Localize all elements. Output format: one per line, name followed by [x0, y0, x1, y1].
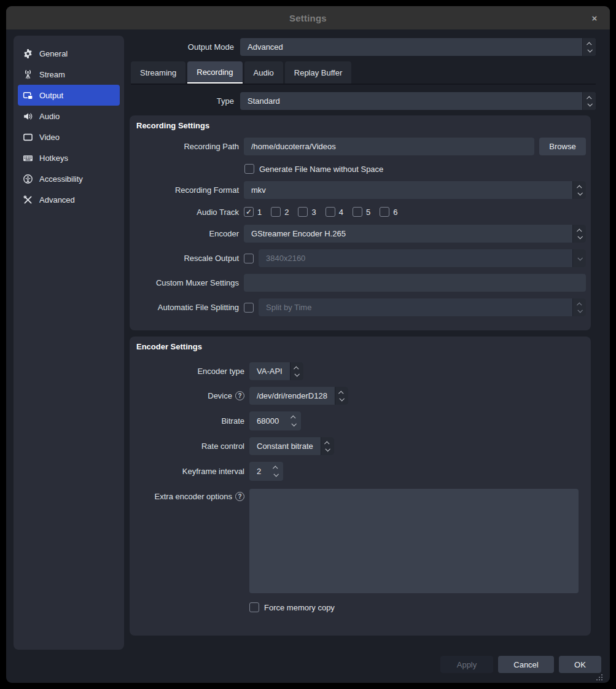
resize-grip[interactable]	[596, 674, 603, 681]
audio-track-2-checkbox[interactable]	[271, 207, 281, 217]
chevron-updown-icon	[290, 362, 303, 380]
help-icon[interactable]: ?	[235, 492, 244, 501]
audio-track-number: 5	[366, 208, 370, 217]
type-row: Type Standard	[130, 92, 596, 110]
sidebar-item-hotkeys[interactable]: Hotkeys	[18, 147, 120, 168]
extra-encoder-options-label: Extra encoder options	[155, 492, 232, 501]
custom-muxer-input[interactable]	[244, 274, 586, 292]
cancel-button[interactable]: Cancel	[498, 656, 554, 673]
rate-control-select[interactable]: Constant bitrate	[249, 437, 334, 455]
audio-track-number: 2	[284, 208, 289, 217]
sidebar-item-stream[interactable]: Stream	[18, 64, 120, 85]
encoder-type-label: Encoder type	[197, 367, 244, 376]
sidebar-item-label: Advanced	[39, 195, 75, 204]
tools-icon	[23, 195, 33, 205]
titlebar[interactable]: Settings ×	[6, 6, 610, 29]
sidebar-item-label: Output	[39, 91, 63, 100]
keyframe-interval-value: 2	[249, 462, 268, 481]
encoder-select[interactable]: GStreamer Encoder H.265	[244, 225, 586, 243]
generate-no-space-checkbox[interactable]	[244, 164, 254, 174]
sidebar-item-label: Accessibility	[39, 174, 83, 184]
device-select[interactable]: /dev/dri/renderD128	[249, 387, 348, 405]
output-mode-row: Output Mode Advanced	[130, 38, 596, 56]
auto-file-splitting-checkbox[interactable]	[244, 303, 254, 313]
audio-track-6-checkbox[interactable]	[380, 207, 389, 217]
window-title: Settings	[289, 13, 327, 23]
settings-content: General Stream Output Audio Video	[6, 29, 610, 683]
output-icon	[23, 90, 33, 101]
auto-file-splitting-label: Automatic File Splitting	[135, 303, 239, 312]
gear-icon	[23, 49, 33, 59]
audio-track-2: 2	[271, 207, 289, 217]
output-tabs: Streaming Recording Audio Replay Buffer	[131, 61, 351, 84]
sidebar-item-audio[interactable]: Audio	[18, 106, 120, 127]
output-mode-select[interactable]: Advanced	[240, 38, 596, 56]
broadcast-icon	[23, 69, 33, 80]
recording-format-select[interactable]: mkv	[244, 181, 586, 199]
monitor-icon	[23, 132, 33, 142]
auto-file-splitting-row: Automatic File Splitting Split by Time	[135, 298, 586, 316]
spinner-arrows-icon[interactable]	[286, 411, 301, 430]
sidebar-item-general[interactable]: General	[18, 43, 120, 64]
custom-muxer-label: Custom Muxer Settings	[135, 278, 239, 287]
checkmark: ✓	[246, 208, 252, 216]
sidebar-item-advanced[interactable]: Advanced	[18, 189, 120, 210]
output-mode-label: Output Mode	[130, 42, 234, 52]
settings-window: Settings × General Stream Output	[6, 6, 610, 683]
tab-replay-buffer[interactable]: Replay Buffer	[285, 61, 352, 84]
recording-path-input[interactable]	[244, 138, 534, 155]
audio-track-4-checkbox[interactable]	[326, 207, 335, 217]
encoder-type-value: VA-API	[249, 362, 290, 380]
split-mode-select[interactable]: Split by Time	[259, 298, 586, 316]
rescale-resolution-value: 3840x2160	[259, 249, 572, 267]
apply-button[interactable]: Apply	[440, 656, 493, 673]
bitrate-label: Bitrate	[221, 416, 244, 426]
rescale-resolution-select[interactable]: 3840x2160	[259, 249, 586, 267]
extra-encoder-options-textarea[interactable]	[249, 489, 579, 593]
bitrate-spinbox[interactable]: 68000	[249, 411, 301, 430]
ok-button[interactable]: OK	[559, 656, 601, 673]
spinner-arrows-icon[interactable]	[268, 462, 283, 481]
audio-track-number: 3	[311, 208, 316, 217]
sidebar-item-video[interactable]: Video	[18, 127, 120, 147]
keyframe-interval-spinbox[interactable]: 2	[249, 462, 283, 481]
force-memory-copy-checkbox[interactable]	[249, 602, 259, 612]
sidebar-item-label: Audio	[39, 112, 60, 121]
help-icon[interactable]: ?	[235, 391, 244, 400]
tab-streaming[interactable]: Streaming	[131, 61, 185, 84]
chevron-updown-icon	[572, 225, 586, 243]
type-value: Standard	[240, 92, 582, 110]
audio-track-3-checkbox[interactable]	[298, 207, 308, 217]
chevron-updown-icon	[321, 437, 334, 455]
screen: Settings × General Stream Output	[0, 0, 616, 689]
bitrate-value: 68000	[249, 411, 286, 430]
extra-encoder-options-row: Extra encoder options ?	[135, 489, 579, 593]
sidebar-item-output[interactable]: Output	[18, 85, 120, 106]
tab-label: Audio	[254, 68, 274, 77]
recording-path-label: Recording Path	[135, 142, 239, 151]
tab-divider	[131, 84, 596, 85]
tab-recording[interactable]: Recording	[187, 61, 242, 84]
tab-audio[interactable]: Audio	[244, 61, 283, 84]
audio-track-row: Audio Track ✓ 1 2 3 4	[135, 206, 586, 218]
close-icon[interactable]: ×	[588, 11, 601, 25]
generate-no-space-label: Generate File Name without Space	[259, 165, 383, 174]
recording-settings-title: Recording Settings	[130, 115, 591, 130]
rescale-output-checkbox[interactable]	[244, 254, 254, 263]
rate-control-row: Rate control Constant bitrate	[135, 437, 579, 455]
encoder-label: Encoder	[135, 229, 239, 238]
sidebar-item-label: Video	[39, 133, 60, 142]
type-select[interactable]: Standard	[240, 92, 596, 110]
sidebar-item-accessibility[interactable]: Accessibility	[18, 168, 120, 189]
encoder-settings-title: Encoder Settings	[130, 337, 591, 351]
audio-track-1-checkbox[interactable]: ✓	[244, 207, 254, 217]
force-memory-copy-row: Force memory copy	[249, 602, 579, 613]
audio-track-4: 4	[326, 207, 343, 217]
encoder-type-select[interactable]: VA-API	[249, 362, 303, 380]
dialog-buttons: Apply Cancel OK	[440, 656, 601, 673]
audio-track-5: 5	[353, 207, 370, 217]
audio-track-5-checkbox[interactable]	[353, 207, 362, 217]
browse-button[interactable]: Browse	[539, 138, 586, 155]
audio-track-1: ✓ 1	[244, 207, 262, 217]
audio-track-3: 3	[298, 207, 316, 217]
